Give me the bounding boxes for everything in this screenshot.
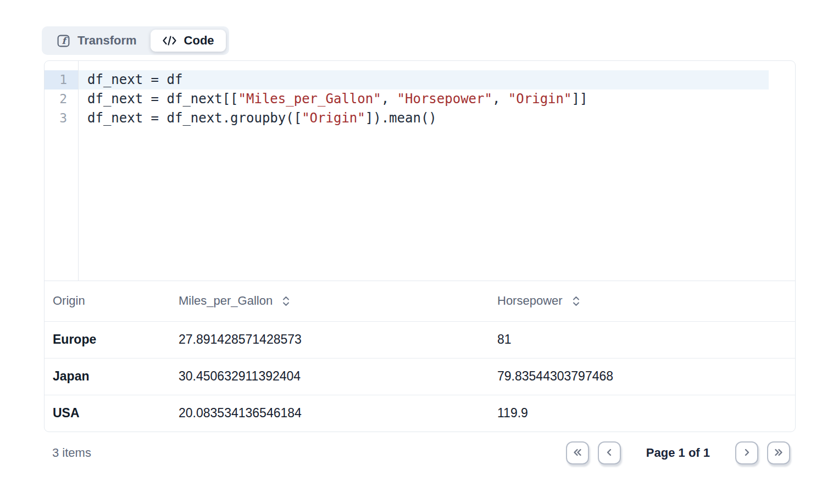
line-number: 2 — [45, 89, 78, 109]
code-line[interactable]: df_next = df — [79, 70, 769, 89]
code-line[interactable]: df_next = df_next.groupby(["Origin"]).me… — [79, 109, 769, 128]
code-line[interactable]: df_next = df_next[["Miles_per_Gallon", "… — [79, 89, 769, 109]
code-token: , — [381, 91, 397, 107]
column-header-miles_per_gallon: Miles_per_Gallon — [170, 281, 489, 321]
sort-chevrons-icon[interactable] — [281, 295, 291, 307]
code-token: df_next = df — [87, 72, 182, 87]
page-indicator: Page 1 of 1 — [646, 446, 710, 460]
previous-page-button[interactable] — [598, 441, 621, 464]
column-header-origin: Origin — [45, 281, 170, 321]
table-row: USA20.083534136546184119.9 — [45, 395, 795, 432]
code-icon — [162, 35, 177, 46]
editor-code-area: df_next = dfdf_next = df_next[["Miles_pe… — [79, 61, 795, 281]
view-mode-tabs: f Transform Code — [42, 26, 229, 55]
column-label: Horsepower — [497, 294, 563, 308]
chevron-right-icon — [742, 448, 751, 458]
table-row: Europe27.89142857142857381 — [45, 321, 795, 358]
data-cell: 79.83544303797468 — [489, 358, 795, 395]
last-page-button[interactable] — [767, 441, 790, 464]
pagination: Page 1 of 1 — [566, 441, 790, 464]
column-header-horsepower: Horsepower — [489, 281, 795, 321]
string-token: "Origin" — [508, 91, 572, 107]
table-body: Europe27.89142857142857381Japan30.450632… — [45, 321, 795, 432]
row-header-cell: Europe — [45, 321, 170, 358]
svg-text:f: f — [62, 35, 68, 46]
row-header-cell: Japan — [45, 358, 170, 395]
chevrons-left-icon — [573, 448, 582, 458]
items-count: 3 items — [52, 446, 91, 460]
table-row: Japan30.45063291139240479.83544303797468 — [45, 358, 795, 395]
data-cell: 81 — [489, 321, 795, 358]
column-label: Origin — [53, 294, 85, 308]
tab-transform-label: Transform — [77, 33, 137, 48]
data-cell: 20.083534136546184 — [170, 395, 489, 432]
result-table: OriginMiles_per_GallonHorsepower Europe2… — [45, 281, 795, 432]
tab-code[interactable]: Code — [151, 30, 226, 52]
line-number: 1 — [45, 70, 78, 89]
chevron-left-icon — [605, 448, 614, 458]
sort-chevrons-icon[interactable] — [571, 295, 581, 307]
string-token: "Horsepower" — [397, 91, 492, 107]
table-footer: 3 items Page 1 of 1 — [44, 441, 796, 464]
next-page-button[interactable] — [735, 441, 758, 464]
code-token: df_next = df_next.groupby([ — [87, 110, 302, 126]
code-token: , — [492, 91, 508, 107]
string-token: "Origin" — [302, 110, 365, 126]
code-editor[interactable]: 123 df_next = dfdf_next = df_next[["Mile… — [45, 61, 795, 281]
row-header-cell: USA — [45, 395, 170, 432]
data-cell: 119.9 — [489, 395, 795, 432]
string-token: "Miles_per_Gallon" — [238, 91, 381, 107]
code-token: ]] — [571, 91, 587, 107]
code-token: df_next = df_next[[ — [87, 91, 238, 107]
line-number: 3 — [45, 109, 78, 128]
tab-transform[interactable]: f Transform — [45, 30, 148, 52]
data-cell: 27.891428571428573 — [170, 321, 489, 358]
tab-code-label: Code — [184, 33, 214, 48]
transform-panel: 123 df_next = dfdf_next = df_next[["Mile… — [44, 60, 796, 432]
table-header-row: OriginMiles_per_GallonHorsepower — [45, 281, 795, 321]
editor-gutter: 123 — [45, 61, 79, 281]
first-page-button[interactable] — [566, 441, 589, 464]
chevrons-right-icon — [774, 448, 784, 458]
function-icon: f — [57, 34, 70, 48]
data-cell: 30.450632911392404 — [170, 358, 489, 395]
code-token: ]).mean() — [365, 110, 437, 126]
column-label: Miles_per_Gallon — [179, 294, 273, 308]
